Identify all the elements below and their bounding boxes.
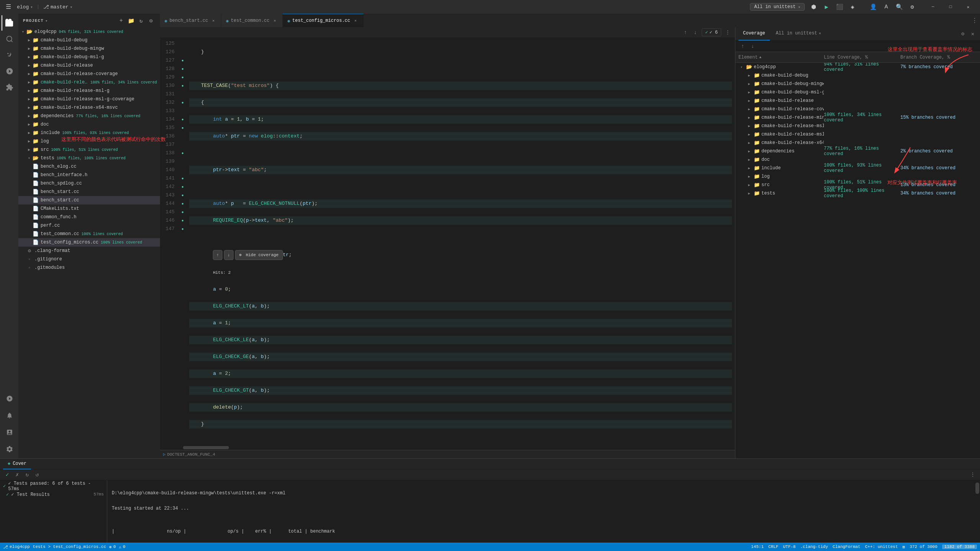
- cov-row[interactable]: ▶ 📁 cmake-build-release: [735, 96, 980, 105]
- code-view[interactable]: 125 126 127 128 129 130 131 132 133 134 …: [160, 38, 735, 445]
- expand-icon[interactable]: ▶: [746, 72, 752, 78]
- cov-down-btn[interactable]: ↓: [748, 42, 757, 51]
- coverage-badge[interactable]: ✓ ✓ 6: [702, 28, 721, 36]
- list-item[interactable]: ⚙ .clang-format: [18, 247, 160, 255]
- tab-close-active[interactable]: ✕: [353, 18, 359, 24]
- tab-bench-start[interactable]: ◉ bench_start.cc ✕: [160, 14, 221, 27]
- cov-row-tests[interactable]: ▶ 📁 tests 100% files, 100% lines covered…: [735, 189, 980, 198]
- tree-root[interactable]: ▾ 📂 elog4cpp 94% files, 31% lines covere…: [18, 28, 160, 36]
- account-icon[interactable]: 👤: [867, 2, 879, 12]
- tree-item[interactable]: ▶ 📁 cmake-build-release-coverage: [18, 70, 160, 78]
- cov-row[interactable]: ▶ 📁 cmake-build-debug: [735, 71, 980, 80]
- nav-down-btn[interactable]: ↓: [691, 28, 699, 37]
- tree-item[interactable]: ▶ 📁 log: [18, 137, 160, 146]
- maximize-button[interactable]: □: [942, 0, 959, 14]
- all-unittest-close[interactable]: ✕: [819, 31, 821, 36]
- refresh-btn[interactable]: ↻: [137, 16, 145, 25]
- new-folder-btn[interactable]: 📁: [127, 16, 136, 25]
- cov-row[interactable]: ▶ 📁 cmake-build-release-msl-g: [735, 122, 980, 130]
- toolbar-x-btn[interactable]: ✗: [13, 471, 21, 479]
- expand-icon[interactable]: ▶: [746, 123, 752, 129]
- status-breadcrumb[interactable]: tests > test_config_micros.cc: [33, 544, 106, 549]
- col-element[interactable]: Element ▲: [738, 55, 824, 60]
- activity-settings[interactable]: [2, 441, 17, 457]
- all-unittest-tab[interactable]: All in unittest ✕: [771, 27, 826, 41]
- run-config[interactable]: All in unittest ▾: [750, 3, 805, 11]
- hide-coverage-btn[interactable]: ⊗ Hide coverage: [235, 250, 283, 260]
- status-lint[interactable]: .clang-tidy: [800, 544, 828, 549]
- status-format[interactable]: ClangFormat: [833, 544, 861, 549]
- activity-test[interactable]: [2, 425, 17, 440]
- tab-test-common[interactable]: ◉ test_common.cc ✕: [221, 14, 283, 27]
- list-item[interactable]: 📄 bench_interface.h: [18, 171, 160, 179]
- tree-item[interactable]: ▶ 📁 cmake-build-release-msl-g-coverage: [18, 95, 160, 103]
- expand-icon[interactable]: ▶: [746, 157, 752, 163]
- coverage-run-icon[interactable]: ◈: [847, 2, 858, 12]
- expand-icon[interactable]: ▾: [738, 64, 745, 70]
- cov-row-include[interactable]: ▶ 📁 include 100% files, 93% lines covere…: [735, 164, 980, 172]
- activity-notifications[interactable]: [2, 408, 17, 423]
- tree-item[interactable]: ▶ 📁 dependencies 77% files, 16% lines co…: [18, 112, 160, 120]
- status-errors[interactable]: ⊗ 0 ⚠ 0: [109, 544, 125, 549]
- menu-icon[interactable]: ☰: [3, 2, 14, 12]
- list-item-test-config[interactable]: 📄 test_config_micros.cc 100% lines cover…: [18, 238, 160, 247]
- cov-row-root[interactable]: ▾ 📂 elog4cpp 94% files, 31% lines covere…: [735, 63, 980, 71]
- nav-next-btn[interactable]: ↓: [224, 250, 234, 260]
- debug-run-icon[interactable]: ⬛: [834, 2, 845, 12]
- list-item[interactable]: 📄 common_func.h: [18, 213, 160, 221]
- h-scrollbar-thumb[interactable]: [183, 446, 229, 449]
- close-button[interactable]: ✕: [959, 0, 977, 14]
- run-icon[interactable]: ▶: [821, 2, 832, 12]
- translate-icon[interactable]: A: [880, 2, 892, 12]
- list-item[interactable]: 📄 test_common.cc 100% lines covered: [18, 230, 160, 238]
- terminal-scrollbar[interactable]: [975, 480, 980, 543]
- status-line-col[interactable]: 145:1: [751, 544, 764, 549]
- bottom-tab-cover[interactable]: ◈ Cover: [3, 459, 31, 469]
- collapse-btn[interactable]: ⊖: [147, 16, 155, 25]
- tree-item[interactable]: ▶ 📁 cmake-build-debug: [18, 36, 160, 44]
- activity-git[interactable]: [2, 47, 17, 63]
- list-item[interactable]: 📄 bench_elog.cc: [18, 162, 160, 171]
- tree-item[interactable]: ▶ 📁 cmake-build-release-x64-msvc: [18, 103, 160, 112]
- activity-extensions[interactable]: [2, 80, 17, 95]
- activity-remote[interactable]: [2, 391, 17, 406]
- tab-overflow-btn[interactable]: ⋮: [969, 14, 980, 27]
- expand-icon[interactable]: ▶: [746, 190, 752, 196]
- minimize-button[interactable]: ─: [924, 0, 942, 14]
- tree-item[interactable]: ▶ 📁 cmake-build-debug-mingw: [18, 44, 160, 53]
- expand-icon[interactable]: ▶: [746, 173, 752, 180]
- search-icon[interactable]: 🔍: [893, 2, 905, 12]
- cov-row[interactable]: ▶ 📁 cmake-build-debug-msl-g: [735, 88, 980, 96]
- cov-row[interactable]: ▶ 📁 cmake-build-debug-mingw: [735, 80, 980, 88]
- coverage-tab[interactable]: Coverage: [738, 27, 770, 41]
- list-item-bench-start[interactable]: 📄 bench_start.cc: [18, 196, 160, 204]
- tab-close[interactable]: ✕: [272, 18, 278, 24]
- tree-item[interactable]: ▶ 📁 doc: [18, 120, 160, 129]
- status-lines-info[interactable]: 372 of 3000: [910, 544, 938, 549]
- cov-collapse-icon[interactable]: ⊖: [959, 29, 967, 38]
- cov-up-btn[interactable]: ↑: [738, 42, 747, 51]
- tree-item[interactable]: ▶ 📁 cmake-build-release-mingw 100% files…: [18, 78, 160, 87]
- list-item[interactable]: 📄 CMakeLists.txt: [18, 204, 160, 213]
- status-col-info[interactable]: 1182 of 3388: [942, 544, 977, 549]
- list-item[interactable]: 📄 bench_spdlog.cc: [18, 179, 160, 188]
- expand-icon[interactable]: ▶: [746, 89, 752, 95]
- expand-icon[interactable]: ▶: [746, 182, 752, 188]
- list-item[interactable]: ◦ .gitignore: [18, 255, 160, 263]
- test-passed-summary[interactable]: ✓ ✓ Tests passed: 6 of 6 tests - 57ms: [0, 482, 107, 490]
- status-git[interactable]: ⎇ elog4cpp: [3, 544, 30, 549]
- activity-explorer[interactable]: [2, 15, 17, 31]
- toolbar-more-btn[interactable]: ⋮: [969, 471, 977, 479]
- activity-search[interactable]: [2, 31, 17, 47]
- tree-item[interactable]: ▶ 📁 cmake-build-release-msl-g: [18, 87, 160, 95]
- branch-selector[interactable]: ⎇ master ▾: [43, 4, 72, 10]
- expand-icon[interactable]: ▶: [746, 98, 752, 104]
- build-icon[interactable]: ⬢: [808, 2, 819, 12]
- expand-icon[interactable]: ▶: [746, 114, 752, 121]
- tree-item[interactable]: ▶ 📁 src 100% files, 51% lines covered: [18, 146, 160, 154]
- tree-item[interactable]: ▶ 📁 cmake-build-debug-msl-g: [18, 53, 160, 61]
- toolbar-refresh2-btn[interactable]: ↺: [33, 471, 41, 479]
- toolbar-refresh-btn[interactable]: ↻: [23, 471, 31, 479]
- status-os-icon[interactable]: ⊞: [903, 544, 905, 549]
- expand-icon[interactable]: ▶: [746, 165, 752, 171]
